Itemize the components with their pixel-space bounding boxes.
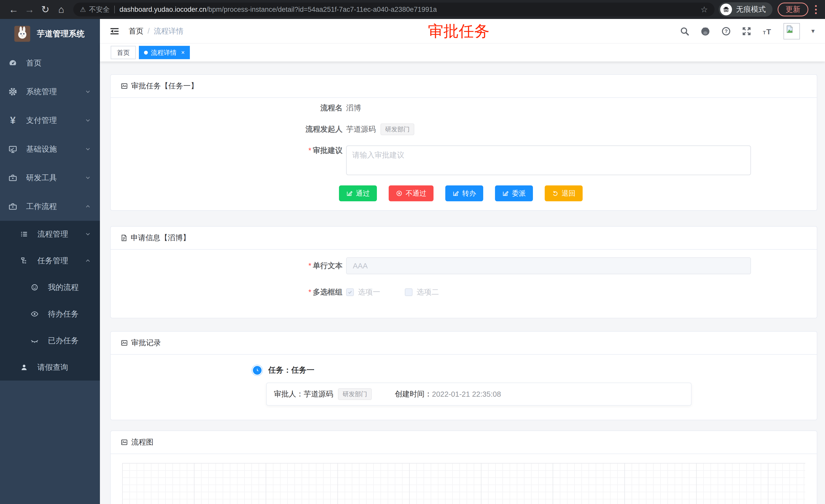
comment-textarea[interactable] — [346, 146, 751, 175]
process-diagram-card: 流程图 — [110, 430, 817, 504]
sidebar-item-workflow[interactable]: 工作流程 — [0, 192, 100, 221]
created-time: 2022-01-21 22:35:08 — [432, 390, 501, 399]
list-icon — [18, 230, 30, 238]
sidebar-item-devtools[interactable]: 研发工具 — [0, 163, 100, 192]
process-name-value: 滔博 — [346, 103, 361, 113]
briefcase-icon — [7, 202, 18, 211]
sidebar-item-process-mgmt[interactable]: 流程管理 — [0, 221, 100, 247]
chevron-up-icon — [85, 257, 91, 264]
card-title: 申请信息【滔博】 — [131, 233, 190, 243]
reload-icon[interactable]: ↻ — [38, 4, 53, 15]
dashboard-icon — [7, 58, 18, 68]
tabs-view: 首页 流程详情 × — [100, 44, 825, 62]
sidebar-item-label: 研发工具 — [26, 173, 85, 183]
bpmn-canvas[interactable] — [122, 463, 805, 504]
address-bar[interactable]: ⚠ 不安全 dashboard.yudao.iocoder.cn /bpm/pr… — [73, 3, 715, 16]
apply-card-header: 申请信息【滔博】 — [111, 227, 817, 250]
home-icon[interactable]: ⌂ — [53, 4, 69, 15]
task-title: 任务：任务一 — [268, 365, 314, 375]
checkbox-label: 选项一 — [358, 287, 380, 297]
return-button[interactable]: 退回 — [545, 185, 583, 201]
edit-icon — [502, 190, 509, 197]
help-icon[interactable]: ? — [721, 26, 731, 36]
record-detail-box: 审批人： 芋道源码 研发部门 创建时间： 2022-01-21 22:35:08 — [266, 383, 691, 406]
sidebar-item-label: 基础设施 — [26, 144, 85, 154]
omnibox-divider — [114, 6, 115, 13]
tab-process-detail[interactable]: 流程详情 × — [139, 46, 190, 59]
tab-label: 流程详情 — [151, 49, 176, 57]
fullscreen-icon[interactable] — [742, 26, 752, 36]
chevron-down-icon — [85, 231, 91, 237]
workflow-submenu: 流程管理 任务管理 — [0, 221, 100, 381]
chrome-update-button[interactable]: 更新 — [777, 3, 808, 16]
sidebar-item-leave-query[interactable]: 请假查询 — [0, 354, 100, 381]
card-title: 审批任务【任务一】 — [131, 81, 198, 91]
tab-label: 首页 — [117, 49, 130, 57]
approve-button[interactable]: 通过 — [339, 185, 377, 201]
delegate-button[interactable]: 委派 — [495, 185, 533, 201]
picture-icon — [121, 438, 128, 446]
close-icon[interactable]: × — [181, 49, 185, 56]
card-title: 流程图 — [131, 437, 153, 447]
forward-icon[interactable]: → — [21, 4, 38, 15]
svg-text:?: ? — [725, 28, 728, 34]
document-icon — [121, 234, 128, 242]
sidebar-item-todo-tasks[interactable]: 待办任务 — [0, 301, 100, 327]
back-icon[interactable]: ← — [6, 4, 21, 15]
sidebar-item-my-process[interactable]: 我的流程 — [0, 274, 100, 301]
sidebar-item-done-tasks[interactable]: 已办任务 — [0, 327, 100, 354]
chevron-down-icon — [85, 174, 91, 181]
comment-row: *审批建议 — [111, 146, 817, 175]
chevron-down-icon — [85, 146, 91, 152]
sidebar-item-payment[interactable]: ¥ 支付管理 — [0, 106, 100, 135]
sidebar-item-label: 流程管理 — [38, 229, 85, 240]
chevron-down-icon[interactable]: ▼ — [810, 28, 816, 34]
dept-tag: 研发部门 — [380, 123, 414, 135]
diagram-card-header: 流程图 — [111, 431, 817, 454]
github-icon[interactable] — [700, 26, 711, 36]
approve-record-card: 审批记录 任务：任务一 审批人： 芋道源码 研发部门 — [110, 331, 817, 420]
bookmark-star-icon[interactable]: ☆ — [700, 5, 708, 14]
approve-task-card: 审批任务【任务一】 流程名 滔博 流程发起人 芋道源码 研发部门 — [110, 74, 817, 211]
sidebar-item-system[interactable]: 系统管理 — [0, 77, 100, 106]
chevron-down-icon — [85, 88, 91, 95]
sidebar-item-infra[interactable]: 基础设施 — [0, 135, 100, 163]
eye-open-icon — [29, 310, 40, 318]
required-marker: * — [308, 288, 311, 296]
browser-menu-icon[interactable] — [813, 5, 819, 14]
tab-home[interactable]: 首页 — [111, 46, 136, 59]
edit-icon — [452, 190, 459, 197]
initiator-row: 流程发起人 芋道源码 研发部门 — [111, 123, 817, 135]
chevron-up-icon — [85, 203, 91, 210]
required-marker: * — [308, 146, 311, 154]
picture-icon — [121, 82, 128, 90]
main-area: 首页 / 流程详情 审批任务 — [100, 19, 825, 504]
breadcrumb-home[interactable]: 首页 — [129, 26, 144, 36]
comment-label: *审批建议 — [111, 146, 343, 156]
header-actions: ? T T — [679, 23, 816, 39]
approver-name: 芋道源码 — [304, 389, 333, 399]
sidebar-item-task-mgmt[interactable]: 任务管理 — [0, 247, 100, 274]
avatar[interactable] — [783, 23, 800, 39]
apply-info-card: 申请信息【滔博】 *单行文本 AAA *多选框组 — [110, 226, 817, 318]
incognito-icon — [720, 4, 732, 15]
breadcrumb-current: 流程详情 — [154, 26, 183, 36]
reject-button[interactable]: 不通过 — [389, 185, 434, 201]
incognito-badge: 无痕模式 — [719, 2, 772, 17]
eye-closed-icon — [29, 336, 40, 345]
logo-rabbit-image — [14, 26, 30, 42]
font-size-icon[interactable]: T T — [762, 26, 773, 36]
sidebar-item-label: 首页 — [26, 58, 91, 68]
record-card-header: 审批记录 — [111, 332, 817, 355]
dept-tag: 研发部门 — [338, 388, 372, 400]
approver-label: 审批人： — [274, 389, 304, 399]
sidebar-collapse-icon[interactable] — [109, 26, 120, 36]
app-logo[interactable]: 芋道管理系统 — [0, 19, 100, 49]
search-icon[interactable] — [679, 26, 690, 36]
breadcrumb: 首页 / 流程详情 — [129, 26, 183, 36]
breadcrumb-separator: / — [148, 27, 150, 35]
sidebar-item-home[interactable]: 首页 — [0, 49, 100, 77]
single-text-label: *单行文本 — [111, 261, 343, 271]
transfer-button[interactable]: 转办 — [445, 185, 483, 201]
browser-toolbar: ← → ↻ ⌂ ⚠ 不安全 dashboard.yudao.iocoder.cn… — [0, 0, 825, 19]
